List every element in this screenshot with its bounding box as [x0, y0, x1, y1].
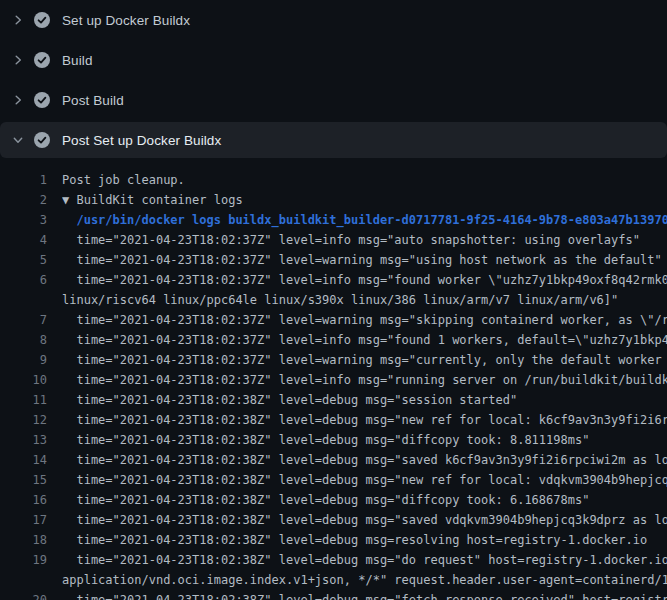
log-line-text: time="2021-04-23T18:02:38Z" level=debug …: [62, 510, 667, 530]
log-row: 14 time="2021-04-23T18:02:38Z" level=deb…: [0, 450, 667, 470]
log-row: 4 time="2021-04-23T18:02:37Z" level=info…: [0, 230, 667, 250]
log-line-number[interactable]: 15: [0, 470, 47, 490]
log-line-number[interactable]: 8: [0, 330, 47, 350]
log-line-number[interactable]: 6: [0, 270, 47, 290]
log-line-text: time="2021-04-23T18:02:38Z" level=debug …: [62, 390, 667, 410]
log-row: 2▼ BuildKit container logs: [0, 190, 667, 210]
log-line-text: time="2021-04-23T18:02:37Z" level=info m…: [62, 270, 667, 290]
step-header-post-build[interactable]: Post Build: [0, 80, 667, 120]
log-line-text: time="2021-04-23T18:02:38Z" level=debug …: [62, 430, 667, 450]
log-line-number[interactable]: 16: [0, 490, 47, 510]
log-row: 15 time="2021-04-23T18:02:38Z" level=deb…: [0, 470, 667, 490]
log-group-toggle[interactable]: ▼ BuildKit container logs: [62, 190, 667, 210]
log-line-text: Post job cleanup.: [62, 170, 667, 190]
log-row: 18 time="2021-04-23T18:02:38Z" level=deb…: [0, 530, 667, 550]
log-row: 10 time="2021-04-23T18:02:37Z" level=inf…: [0, 370, 667, 390]
log-line-text: time="2021-04-23T18:02:38Z" level=debug …: [62, 590, 667, 600]
log-line-number[interactable]: 20: [0, 590, 47, 600]
chevron-right-icon[interactable]: [12, 94, 24, 106]
check-circle-icon: [34, 12, 50, 28]
log-command-text: /usr/bin/docker logs buildx_buildkit_bui…: [62, 210, 667, 230]
log-line-text: time="2021-04-23T18:02:38Z" level=debug …: [62, 450, 667, 470]
chevron-right-icon[interactable]: [12, 54, 24, 66]
log-line-number[interactable]: 12: [0, 410, 47, 430]
chevron-right-icon[interactable]: [12, 14, 24, 26]
log-line-text: time="2021-04-23T18:02:37Z" level=warnin…: [62, 350, 667, 370]
log-row: 17 time="2021-04-23T18:02:38Z" level=deb…: [0, 510, 667, 530]
log-row: 5 time="2021-04-23T18:02:37Z" level=warn…: [0, 250, 667, 270]
step-label: Build: [62, 53, 93, 68]
chevron-down-icon[interactable]: [12, 134, 24, 146]
log-line-number[interactable]: 4: [0, 230, 47, 250]
log-row: 12 time="2021-04-23T18:02:38Z" level=deb…: [0, 410, 667, 430]
log-row: 9 time="2021-04-23T18:02:37Z" level=warn…: [0, 350, 667, 370]
log-row: 11 time="2021-04-23T18:02:38Z" level=deb…: [0, 390, 667, 410]
log-row-continuation: linux/riscv64 linux/ppc64le linux/s390x …: [0, 290, 667, 310]
step-label: Set up Docker Buildx: [62, 13, 190, 28]
log-line-number[interactable]: 11: [0, 390, 47, 410]
check-circle-icon: [34, 132, 50, 148]
log-row: 8 time="2021-04-23T18:02:37Z" level=info…: [0, 330, 667, 350]
log-line-text: time="2021-04-23T18:02:37Z" level=info m…: [62, 230, 667, 250]
log-row: 20 time="2021-04-23T18:02:38Z" level=deb…: [0, 590, 667, 600]
log-line-number[interactable]: 13: [0, 430, 47, 450]
log-row: 3 /usr/bin/docker logs buildx_buildkit_b…: [0, 210, 667, 230]
step-header-set-up-docker-buildx[interactable]: Set up Docker Buildx: [0, 0, 667, 40]
log-line-number[interactable]: 2: [0, 190, 47, 210]
log-line-text: application/vnd.oci.image.index.v1+json,…: [62, 570, 667, 590]
log-row-continuation: application/vnd.oci.image.index.v1+json,…: [0, 570, 667, 590]
log-row: 19 time="2021-04-23T18:02:38Z" level=deb…: [0, 550, 667, 570]
log-line-text: time="2021-04-23T18:02:38Z" level=debug …: [62, 490, 667, 510]
log-lines-container: 1Post job cleanup.2▼ BuildKit container …: [0, 160, 667, 600]
log-line-text: time="2021-04-23T18:02:37Z" level=warnin…: [62, 250, 667, 270]
log-row: 6 time="2021-04-23T18:02:37Z" level=info…: [0, 270, 667, 290]
step-label: Post Build: [62, 93, 124, 108]
step-header-post-set-up-docker-buildx[interactable]: Post Set up Docker Buildx: [0, 122, 667, 158]
log-line-number[interactable]: 14: [0, 450, 47, 470]
log-line-number[interactable]: 17: [0, 510, 47, 530]
log-line-text: time="2021-04-23T18:02:37Z" level=info m…: [62, 330, 667, 350]
log-row: 13 time="2021-04-23T18:02:38Z" level=deb…: [0, 430, 667, 450]
log-line-text: time="2021-04-23T18:02:38Z" level=debug …: [62, 470, 667, 490]
log-line-number[interactable]: 5: [0, 250, 47, 270]
log-line-number[interactable]: 10: [0, 370, 47, 390]
log-line-text: time="2021-04-23T18:02:38Z" level=debug …: [62, 410, 667, 430]
actions-log-viewer: Set up Docker BuildxBuildPost BuildPost …: [0, 0, 667, 600]
log-line-number[interactable]: 3: [0, 210, 47, 230]
check-circle-icon: [34, 92, 50, 108]
steps-list: Set up Docker BuildxBuildPost BuildPost …: [0, 0, 667, 158]
log-line-text: linux/riscv64 linux/ppc64le linux/s390x …: [62, 290, 667, 310]
log-line-number: [0, 290, 47, 310]
log-line-text: time="2021-04-23T18:02:37Z" level=warnin…: [62, 310, 667, 330]
log-row: 7 time="2021-04-23T18:02:37Z" level=warn…: [0, 310, 667, 330]
step-header-build[interactable]: Build: [0, 40, 667, 80]
log-row: 16 time="2021-04-23T18:02:38Z" level=deb…: [0, 490, 667, 510]
log-line-number[interactable]: 1: [0, 170, 47, 190]
log-line-text: time="2021-04-23T18:02:38Z" level=debug …: [62, 530, 667, 550]
log-line-number[interactable]: 19: [0, 550, 47, 570]
log-line-number[interactable]: 9: [0, 350, 47, 370]
log-line-number[interactable]: 7: [0, 310, 47, 330]
log-row: 1Post job cleanup.: [0, 170, 667, 190]
step-label: Post Set up Docker Buildx: [62, 133, 221, 148]
log-line-number: [0, 570, 47, 590]
check-circle-icon: [34, 52, 50, 68]
log-line-number[interactable]: 18: [0, 530, 47, 550]
log-line-text: time="2021-04-23T18:02:37Z" level=info m…: [62, 370, 667, 390]
log-line-text: time="2021-04-23T18:02:38Z" level=debug …: [62, 550, 667, 570]
